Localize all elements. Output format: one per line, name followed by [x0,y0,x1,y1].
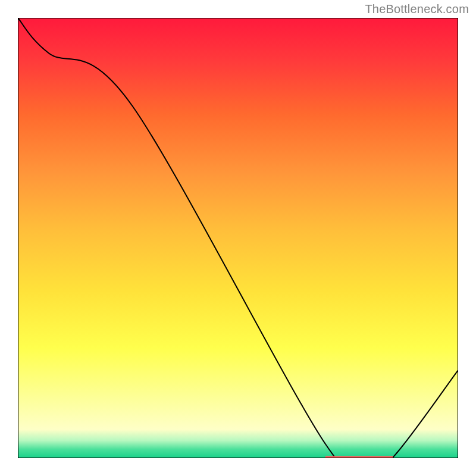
watermark-text: TheBottleneck.com [365,2,469,16]
chart-svg [18,18,458,458]
chart-background [18,18,458,458]
chart-plot-area [18,18,458,458]
